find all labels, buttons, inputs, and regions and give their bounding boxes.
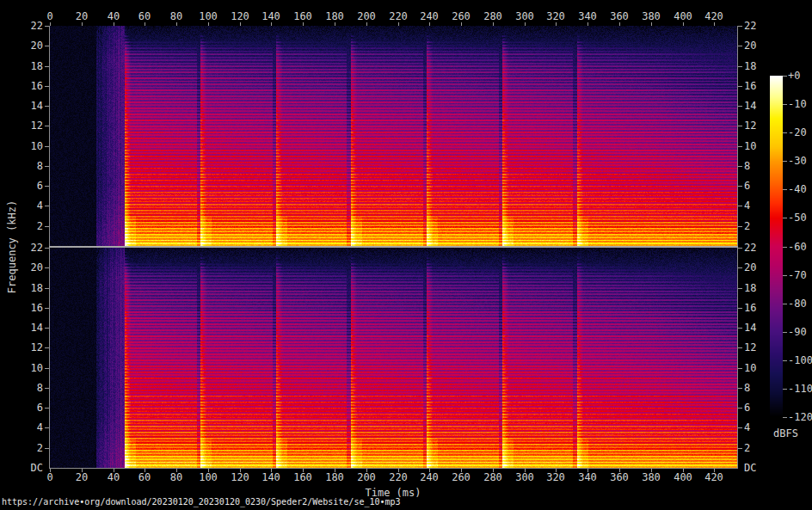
x-axis-tick-label-top: 400	[674, 10, 692, 22]
freq-tick-label-left: 12	[14, 341, 43, 353]
x-axis-tick-label-bottom: 360	[610, 471, 629, 483]
freq-tick-right	[738, 106, 742, 107]
freq-tick-label-left: 16	[14, 80, 43, 92]
colorbar-tick-label: -110	[788, 383, 812, 395]
x-axis-tick-label-bottom: 120	[231, 471, 249, 483]
freq-tick-left	[45, 126, 49, 126]
x-axis-line	[49, 468, 738, 469]
freq-tick-left	[45, 448, 49, 449]
x-axis-tick-top	[366, 22, 367, 26]
x-axis-tick-top	[683, 22, 684, 26]
colorbar-tick-label: -100	[788, 354, 812, 366]
freq-tick-label-left: 2	[14, 442, 43, 454]
freq-tick-label-right: 16	[744, 80, 756, 92]
freq-tick-label-right: 6	[744, 402, 750, 414]
freq-tick-right	[738, 26, 742, 27]
colorbar-tick	[783, 247, 787, 248]
freq-tick-label-right: 2	[744, 442, 750, 454]
freq-tick-label-left: 20	[14, 40, 43, 52]
x-axis-tick-top	[651, 22, 652, 26]
freq-tick-label-right: 2	[744, 220, 750, 232]
freq-tick-left	[45, 427, 49, 428]
freq-tick-label-right: 12	[744, 120, 756, 132]
x-axis-tick-label-top: 80	[170, 10, 182, 22]
freq-tick-left	[45, 206, 49, 206]
x-axis-tick-label-top: 360	[610, 10, 629, 22]
colorbar-tick-label: -90	[788, 326, 807, 338]
freq-dc-label-right: DC	[744, 462, 756, 474]
freq-tick-label-left: 14	[14, 100, 43, 112]
spectrogram-figure: Frequency (kHz) Time (ms) dBFS https://a…	[0, 0, 812, 510]
freq-tick-right	[738, 448, 742, 449]
freq-tick-right	[738, 166, 742, 167]
freq-tick-label-left: 18	[14, 282, 43, 294]
freq-tick-right	[738, 408, 742, 409]
x-axis-tick-top	[208, 22, 209, 26]
x-axis-tick-label-top: 100	[199, 10, 218, 22]
freq-tick-label-left: 4	[14, 200, 43, 212]
freq-tick-label-left: 20	[14, 261, 43, 273]
freq-tick-left	[45, 66, 49, 67]
colorbar-tick	[783, 360, 787, 361]
x-axis-tick-label-top: 200	[357, 10, 376, 22]
freq-tick-left	[45, 267, 49, 268]
x-axis-tick-top	[398, 22, 399, 26]
freq-tick-label-left: 6	[14, 180, 43, 192]
colorbar-tick-label: -60	[788, 241, 807, 253]
colorbar-tick-label: -30	[788, 155, 807, 167]
freq-tick-left	[45, 368, 49, 369]
x-axis-tick-label-bottom: 260	[452, 471, 471, 483]
colorbar-tick	[783, 76, 787, 77]
colorbar-tick	[783, 417, 787, 418]
x-axis-tick-label-bottom: 240	[420, 471, 439, 483]
x-axis-tick-top	[714, 22, 715, 26]
freq-dc-label-left: DC	[14, 462, 43, 474]
x-axis-tick-label-top: 380	[642, 10, 661, 22]
channel-separator-line	[49, 246, 738, 248]
freq-tick-label-right: 14	[744, 100, 756, 112]
colorbar-tick	[783, 218, 787, 218]
freq-tick-label-right: 22	[744, 20, 756, 32]
x-axis-tick-label-top: 300	[515, 10, 534, 22]
colorbar-tick	[783, 332, 787, 333]
footer-url: https://archive•org/download/20230120_20…	[2, 497, 401, 507]
colorbar-tick	[783, 104, 787, 105]
x-axis-tick-label-bottom: 60	[138, 471, 151, 483]
colorbar-tick-label: -10	[788, 98, 807, 110]
freq-tick-right	[738, 226, 742, 227]
freq-tick-right	[738, 388, 742, 389]
x-axis-tick-top	[335, 22, 335, 26]
x-axis-tick-top	[145, 22, 145, 26]
colorbar-tick-label: +0	[788, 70, 800, 82]
freq-tick-left	[45, 248, 49, 249]
x-axis-tick-label-top: 140	[261, 10, 280, 22]
colorbar-tick	[783, 132, 787, 133]
freq-tick-right	[738, 206, 742, 206]
freq-tick-left	[45, 328, 49, 329]
colorbar-tick-label: -20	[788, 126, 807, 138]
x-axis-tick-label-top: 220	[389, 10, 408, 22]
freq-tick-label-right: 18	[744, 60, 756, 72]
freq-tick-right	[738, 46, 742, 46]
x-axis-tick-label-bottom: 400	[674, 471, 692, 483]
freq-tick-label-right: 4	[744, 421, 750, 433]
freq-tick-right	[738, 66, 742, 67]
freq-tick-label-right: 6	[744, 180, 750, 192]
freq-tick-left	[45, 408, 49, 409]
x-axis-tick-label-bottom: 200	[357, 471, 376, 483]
freq-tick-left	[45, 226, 49, 227]
freq-tick-label-left: 8	[14, 160, 43, 172]
x-axis-tick-label-bottom: 220	[389, 471, 408, 483]
freq-tick-label-left: 2	[14, 220, 43, 232]
x-axis-tick-top	[429, 22, 430, 26]
freq-tick-right	[738, 328, 742, 329]
freq-tick-label-right: 16	[744, 302, 756, 314]
freq-tick-left	[45, 308, 49, 309]
x-axis-tick-label-bottom: 0	[46, 471, 52, 483]
x-axis-tick-label-bottom: 380	[642, 471, 661, 483]
x-axis-tick-label-bottom: 280	[483, 471, 502, 483]
freq-tick-label-right: 20	[744, 261, 756, 273]
colorbar-tick	[783, 189, 787, 190]
freq-tick-left	[45, 388, 49, 389]
freq-tick-left	[45, 26, 49, 27]
